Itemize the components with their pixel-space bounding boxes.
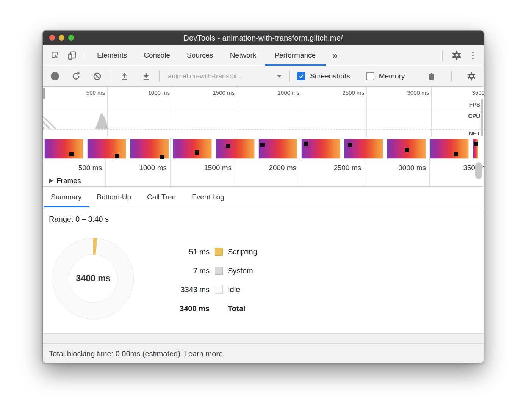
screenshot-thumbnail[interactable] [45, 139, 83, 158]
animated-box [454, 152, 458, 156]
legend-row-total: 3400 ms Total [172, 299, 257, 318]
device-toolbar-icon[interactable] [66, 50, 78, 61]
animated-box [260, 143, 265, 147]
summary-legend: 51 ms Scripting 7 ms System 3343 ms Idle… [172, 242, 257, 318]
menu-dots-icon[interactable] [471, 52, 475, 59]
divider [159, 71, 160, 81]
profile-select-value: animation-with-transfor... [168, 72, 243, 80]
record-button[interactable] [51, 72, 59, 80]
frames-scrollbar-thumb[interactable] [475, 162, 482, 179]
reload-and-record-icon[interactable] [71, 71, 81, 81]
fps-track-label: FPS [469, 101, 480, 108]
filmstrip-section: 500 ms 1000 ms 1500 ms 2000 ms 2500 ms 3… [43, 138, 484, 187]
divider [442, 50, 443, 61]
close-window-button[interactable] [49, 35, 55, 41]
screenshots-checkbox[interactable] [297, 72, 305, 80]
divider [451, 71, 452, 81]
animated-box [115, 154, 119, 158]
fps-track: FPS [43, 98, 484, 111]
resize-strip[interactable] [43, 333, 484, 344]
load-profile-icon[interactable] [119, 71, 129, 81]
overview-scrollbar-thumb[interactable] [43, 88, 45, 99]
total-blocking-time-text: Total blocking time: 0.00ms (estimated) [49, 349, 180, 358]
capture-settings-gear-icon[interactable] [467, 71, 476, 81]
panel-tabs: Elements Console Sources Network Perform… [89, 45, 344, 66]
animated-box [474, 142, 478, 146]
tab-sources[interactable]: Sources [178, 45, 222, 66]
cpu-track-label: CPU [468, 113, 480, 119]
idle-swatch [215, 286, 223, 294]
traffic-lights [49, 35, 74, 41]
chevron-down-icon [277, 75, 282, 78]
total-swatch-spacer [215, 305, 223, 313]
learn-more-link[interactable]: Learn more [184, 349, 223, 358]
timeline-overview[interactable]: 500 ms 1000 ms 1500 ms 2000 ms 2500 ms 3… [43, 87, 484, 138]
legend-row-system: 7 ms System [172, 261, 257, 280]
animated-box [348, 143, 352, 147]
screenshot-thumbnail[interactable] [130, 139, 169, 158]
divider [111, 71, 111, 81]
more-tabs-icon[interactable]: » [326, 50, 344, 61]
settings-gear-icon[interactable] [451, 50, 462, 61]
detail-tab-bar: Summary Bottom-Up Call Tree Event Log [43, 187, 484, 207]
memory-checkbox[interactable] [366, 72, 374, 80]
summary-pane: Range: 0 – 3.40 s 3400 ms 51 ms Scriptin… [43, 207, 484, 333]
screenshot-thumbnail[interactable] [88, 139, 126, 158]
tab-bottom-up[interactable]: Bottom-Up [89, 187, 139, 207]
inspect-element-icon[interactable] [50, 50, 61, 61]
zoom-window-button[interactable] [68, 35, 74, 41]
screenshot-thumbnail[interactable] [344, 139, 383, 158]
animated-box [405, 148, 409, 152]
tab-call-tree[interactable]: Call Tree [139, 187, 184, 207]
net-track-label: NET [469, 130, 480, 136]
timeline-ruler: 500 ms 1000 ms 1500 ms 2000 ms 2500 ms 3… [43, 87, 484, 98]
cpu-activity-peak [95, 113, 109, 129]
screenshot-thumbnail[interactable] [302, 139, 340, 158]
frames-label: Frames [56, 177, 81, 185]
tab-summary[interactable]: Summary [44, 187, 89, 207]
tab-performance[interactable]: Performance [265, 45, 326, 66]
screenshot-filmstrip [45, 139, 478, 158]
performance-toolbar: animation-with-transfor... Screenshots M… [43, 66, 484, 87]
tab-elements[interactable]: Elements [89, 45, 135, 66]
overview-right-scrollbar-thumb[interactable] [481, 99, 483, 136]
screenshot-thumbnail[interactable] [216, 139, 254, 158]
cpu-hatch-pattern [43, 116, 59, 129]
profile-select[interactable]: animation-with-transfor... [168, 72, 282, 80]
animated-box [69, 152, 74, 156]
screenshot-thumbnail[interactable] [173, 139, 211, 158]
screenshot-thumbnail[interactable] [259, 139, 297, 158]
animated-box [226, 144, 230, 148]
minimize-window-button[interactable] [59, 35, 64, 41]
divider [83, 50, 83, 61]
tab-console[interactable]: Console [135, 45, 178, 66]
tab-network[interactable]: Network [222, 45, 265, 66]
status-bar: Total blocking time: 0.00ms (estimated) … [43, 344, 484, 363]
cpu-track: CPU [43, 111, 484, 130]
devtools-window: DevTools - animation-with-transform.glit… [42, 30, 484, 363]
screenshot-thumbnail[interactable] [387, 139, 426, 158]
animated-box [160, 155, 164, 159]
donut-total-label: 3400 ms [52, 273, 135, 284]
devtools-tab-bar: Elements Console Sources Network Perform… [43, 45, 484, 66]
disclosure-triangle-icon[interactable] [49, 179, 53, 183]
screenshots-label: Screenshots [310, 72, 350, 80]
net-track: NET [43, 130, 484, 138]
range-label: Range: 0 – 3.40 s [49, 215, 109, 224]
screenshot-thumbnail[interactable] [473, 139, 478, 158]
frames-time-labels: 500 ms 1000 ms 1500 ms 2000 ms 2500 ms 3… [43, 160, 484, 174]
frames-disclosure-row[interactable]: Frames [43, 174, 484, 187]
tab-event-log[interactable]: Event Log [184, 187, 232, 207]
legend-row-scripting: 51 ms Scripting [172, 242, 257, 261]
system-swatch [215, 267, 223, 275]
scripting-swatch [215, 248, 223, 256]
screenshot-thumbnail[interactable] [430, 139, 468, 158]
animated-box [304, 142, 308, 146]
divider [289, 71, 290, 81]
legend-row-idle: 3343 ms Idle [172, 280, 257, 299]
animated-box [195, 150, 199, 155]
clear-recording-icon[interactable] [92, 71, 102, 81]
title-bar: DevTools - animation-with-transform.glit… [43, 31, 484, 45]
trash-icon[interactable] [426, 71, 436, 81]
save-profile-icon[interactable] [141, 71, 151, 81]
